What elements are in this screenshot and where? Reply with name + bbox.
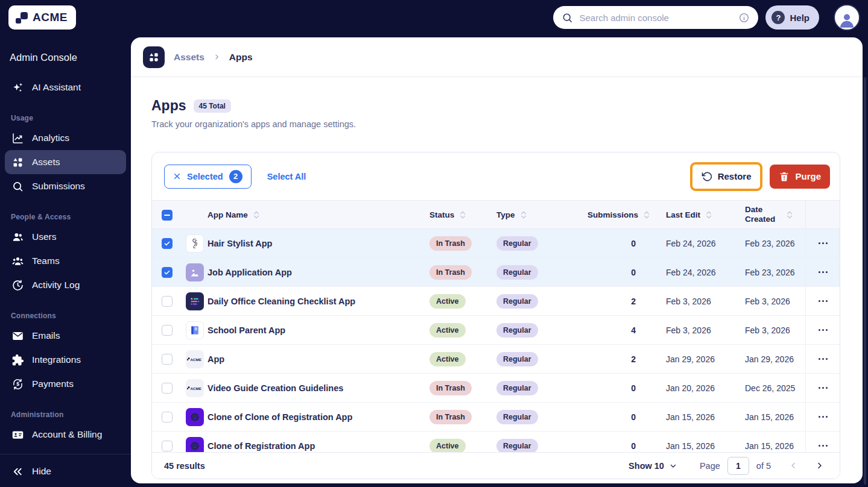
app-name[interactable]: App: [207, 345, 224, 373]
app-name[interactable]: Hair Stylist App: [207, 229, 272, 257]
page-number-input[interactable]: [727, 457, 749, 475]
row-checkbox[interactable]: [162, 354, 173, 365]
table-row: Job Application AppIn TrashRegular0Feb 2…: [152, 258, 840, 287]
book-app-icon: [186, 321, 204, 339]
row-checkbox[interactable]: [162, 441, 173, 451]
row-actions-button[interactable]: [815, 325, 832, 335]
sidebar-item-users[interactable]: Users: [5, 225, 126, 249]
last-edit-date: Jan 15, 2026: [666, 432, 715, 452]
submissions-count: 4: [588, 316, 636, 344]
sort-icon[interactable]: [787, 201, 793, 228]
page-scrollbar[interactable]: [864, 77, 866, 485]
selected-label: Selected: [187, 172, 223, 181]
assets-icon: [143, 46, 165, 68]
next-page-button[interactable]: [815, 461, 824, 470]
app-name[interactable]: Job Application App: [207, 258, 292, 286]
row-checkbox[interactable]: [162, 238, 173, 249]
row-actions-button[interactable]: [815, 297, 832, 306]
admin-search-bar[interactable]: [553, 6, 758, 29]
column-submissions: Submissions: [588, 210, 638, 219]
date-created: Jan 15, 2026: [745, 403, 794, 431]
last-edit-date: Feb 24, 2026: [666, 229, 716, 257]
row-actions-button[interactable]: [815, 354, 832, 364]
status-badge: In Trash: [429, 236, 472, 251]
chevron-right-icon: [815, 461, 824, 470]
hair-app-icon: [186, 234, 204, 253]
type-badge: Regular: [496, 439, 538, 453]
date-created: Jan 15, 2026: [745, 432, 794, 452]
table-footer: 45 results Show 10 Page of 5: [152, 452, 840, 479]
table-body: Hair Stylist AppIn TrashRegular0Feb 24, …: [152, 229, 840, 452]
sidebar-item-analytics[interactable]: Analytics: [5, 126, 126, 150]
row-checkbox[interactable]: [162, 267, 173, 278]
app-name[interactable]: Clone of Clone of Registration App: [207, 403, 352, 431]
row-actions-button[interactable]: [815, 268, 832, 277]
smiley-app-icon: [186, 408, 204, 426]
actions-cell: [805, 374, 840, 402]
sidebar-item-label: Users: [32, 231, 56, 242]
analytics-icon: [11, 131, 24, 145]
help-button[interactable]: Help: [765, 5, 819, 30]
close-icon: [173, 172, 181, 180]
acme-logo[interactable]: ACME: [8, 5, 76, 30]
select-all-checkbox[interactable]: [162, 210, 173, 221]
sort-icon[interactable]: [521, 210, 527, 219]
sidebar-section-label: People & Access: [11, 213, 120, 221]
column-app-name: App Name: [207, 210, 248, 219]
date-created: Feb 23, 2026: [745, 229, 795, 257]
sidebar-item-payments[interactable]: $Payments: [5, 372, 126, 396]
sort-icon[interactable]: [460, 210, 466, 219]
sidebar-hide-button[interactable]: Hide: [5, 459, 126, 483]
previous-page-button[interactable]: [789, 461, 798, 470]
app-name[interactable]: Clone of Registration App: [207, 432, 315, 452]
actions-cell: [805, 316, 840, 344]
search-icon: [562, 12, 573, 24]
acme-app-icon: ACME: [186, 379, 204, 397]
sidebar-item-emails[interactable]: Emails: [5, 324, 126, 348]
type-badge: Regular: [496, 410, 538, 424]
column-last-edit: Last Edit: [666, 210, 700, 219]
row-checkbox[interactable]: [162, 296, 173, 307]
select-all-button[interactable]: Select All: [267, 172, 306, 181]
row-actions-button[interactable]: [815, 441, 832, 451]
table-toolbar: Selected 2 Select All Restore Purge: [152, 152, 840, 200]
page-size-select[interactable]: Show 10: [629, 461, 677, 471]
sidebar-item-integrations[interactable]: Integrations: [5, 348, 126, 372]
selected-filter-chip[interactable]: Selected 2: [164, 165, 252, 189]
search-icon: [11, 180, 24, 193]
sidebar-item-ai-assistant[interactable]: AI Assistant: [5, 75, 126, 99]
table-row: Hair Stylist AppIn TrashRegular0Feb 24, …: [152, 229, 840, 258]
row-checkbox[interactable]: [162, 325, 173, 336]
app-name[interactable]: Video Guide Creation Guidelines: [207, 374, 343, 402]
actions-cell: [805, 287, 840, 315]
row-checkbox[interactable]: [162, 412, 173, 423]
purge-button[interactable]: Purge: [770, 165, 830, 189]
sidebar-item-account-billing[interactable]: Account & Billing: [5, 423, 126, 447]
sidebar-item-assets[interactable]: Assets: [5, 150, 126, 174]
search-input[interactable]: [579, 13, 732, 23]
status-badge: In Trash: [429, 410, 472, 424]
sidebar-item-label: Account & Billing: [32, 429, 102, 440]
row-actions-button[interactable]: [815, 412, 832, 422]
app-name[interactable]: Daily Office Cleaning Checklist App: [207, 287, 355, 315]
restore-button[interactable]: Restore: [694, 166, 759, 187]
sort-icon[interactable]: [253, 210, 259, 219]
sort-icon[interactable]: [644, 210, 650, 219]
user-avatar[interactable]: [834, 4, 860, 31]
breadcrumb-assets[interactable]: Assets: [174, 52, 204, 63]
row-checkbox[interactable]: [162, 383, 173, 394]
trash-alert-icon: [779, 171, 790, 182]
type-badge: Regular: [496, 352, 538, 366]
type-badge: Regular: [496, 265, 538, 280]
info-icon[interactable]: [738, 12, 750, 24]
row-actions-button[interactable]: [815, 239, 832, 248]
sidebar-item-activity-log[interactable]: Activity Log: [5, 273, 126, 297]
sidebar-item-submissions[interactable]: Submissions: [5, 174, 126, 198]
app-name[interactable]: School Parent App: [207, 316, 285, 344]
selected-count-badge: 2: [229, 170, 242, 183]
sidebar-item-teams[interactable]: Teams: [5, 249, 126, 273]
page-size-label: Show 10: [629, 461, 664, 471]
row-actions-button[interactable]: [815, 383, 832, 393]
sidebar-section-label: Connections: [11, 312, 120, 320]
sort-icon[interactable]: [706, 210, 712, 219]
